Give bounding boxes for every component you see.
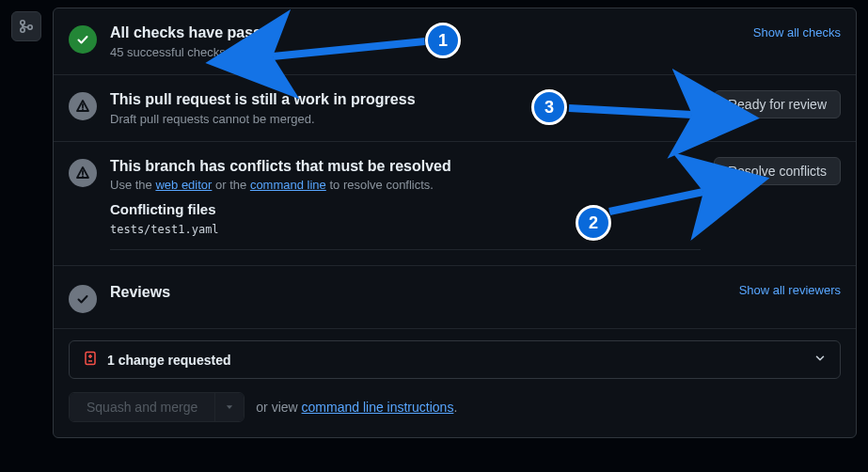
changes-requested-label: 1 change requested <box>107 353 231 368</box>
changes-requested-bar[interactable]: 1 change requested <box>69 340 841 379</box>
show-all-reviewers-link[interactable]: Show all reviewers <box>739 283 841 297</box>
web-editor-link[interactable]: web editor <box>155 178 212 192</box>
timeline-merge-icon <box>11 11 41 41</box>
text: or view <box>256 400 301 415</box>
warning-icon <box>69 159 97 187</box>
checks-title: All checks have passed <box>110 24 841 43</box>
merge-dropdown-button[interactable] <box>214 393 244 421</box>
checks-subtitle: 45 successful checks <box>110 45 841 59</box>
text: to resolve conflicts. <box>326 178 434 192</box>
svg-point-1 <box>21 28 24 32</box>
svg-point-4 <box>82 108 84 110</box>
draft-section: This pull request is still a work in pro… <box>54 75 856 142</box>
merge-status-panel: All checks have passed 45 successful che… <box>53 8 857 438</box>
merge-button-group: Squash and merge <box>69 392 245 422</box>
merge-bar: Squash and merge or view command line in… <box>69 392 841 422</box>
draft-title: This pull request is still a work in pro… <box>110 90 701 110</box>
conflicts-title: This branch has conflicts that must be r… <box>110 157 701 177</box>
conflicts-subtitle: Use the web editor or the command line t… <box>110 178 701 192</box>
conflicting-files-heading: Conflicting files <box>110 201 701 217</box>
checks-section: All checks have passed 45 successful che… <box>54 8 856 75</box>
conflicts-section: This branch has conflicts that must be r… <box>54 142 856 267</box>
divider <box>110 249 701 250</box>
chevron-down-icon <box>813 352 827 368</box>
svg-point-6 <box>82 175 84 177</box>
squash-and-merge-button[interactable]: Squash and merge <box>70 393 214 421</box>
svg-point-2 <box>28 25 32 29</box>
check-grey-icon <box>69 285 97 313</box>
reviews-section: Reviews Show all reviewers <box>54 266 856 329</box>
warning-icon <box>69 92 97 120</box>
resolve-conflicts-button[interactable]: Resolve conflicts <box>714 157 841 185</box>
text: . <box>453 400 457 415</box>
file-diff-icon <box>83 351 98 369</box>
svg-point-0 <box>21 21 24 24</box>
draft-subtitle: Draft pull requests cannot be merged. <box>110 112 701 126</box>
check-success-icon <box>69 25 97 54</box>
text: Use the <box>110 178 155 192</box>
show-all-checks-link[interactable]: Show all checks <box>753 25 841 39</box>
conflicting-file: tests/test1.yaml <box>110 223 701 236</box>
text: or the <box>212 178 249 192</box>
ready-for-review-button[interactable]: Ready for review <box>714 90 841 118</box>
command-line-link[interactable]: command line <box>250 178 326 192</box>
or-view-text: or view command line instructions. <box>256 400 457 415</box>
cli-instructions-link[interactable]: command line instructions <box>302 400 454 415</box>
reviews-title: Reviews <box>110 283 841 303</box>
